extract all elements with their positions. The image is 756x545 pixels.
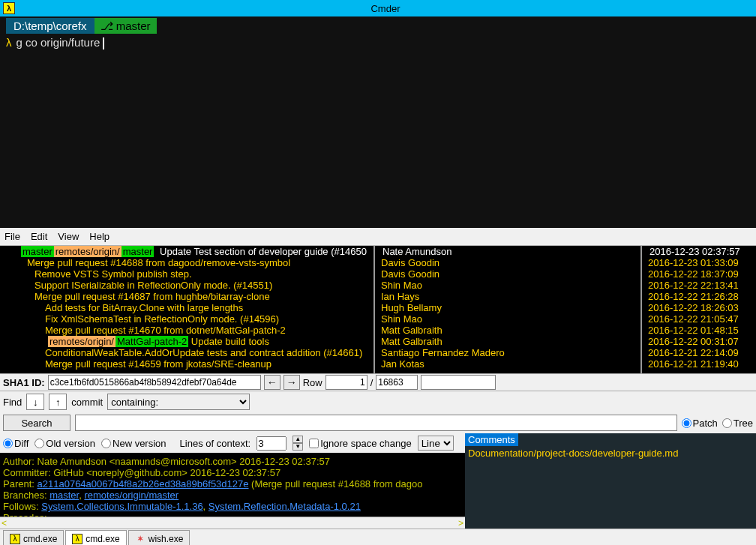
log-date: 2016-12-22 01:48:15 bbox=[648, 325, 753, 336]
log-row[interactable]: Merge pull request #14670 from dotnet/Ma… bbox=[3, 325, 374, 336]
nav-back[interactable]: ← bbox=[264, 375, 280, 390]
prompt-symbol: λ bbox=[6, 36, 12, 49]
patch-radio[interactable]: Patch bbox=[682, 418, 718, 429]
tab-label: cmd.exe bbox=[86, 534, 119, 544]
log-author: Matt Galbraith bbox=[381, 325, 640, 336]
diff-row: Diff Old version New version Lines of co… bbox=[0, 433, 465, 453]
row-sep: / bbox=[370, 377, 374, 388]
find-up[interactable]: ↑ bbox=[49, 394, 67, 410]
row-current[interactable] bbox=[326, 375, 368, 390]
log-author: Davis Goodin bbox=[381, 268, 640, 280]
new-radio[interactable]: New version bbox=[101, 438, 166, 449]
log-author: Shin Mao bbox=[381, 280, 640, 291]
line-mode[interactable]: Line bbox=[418, 436, 454, 451]
scroll-left-icon[interactable]: < bbox=[2, 518, 7, 529]
tab[interactable]: ✶wish.exe bbox=[128, 530, 190, 545]
log-author: Ian Hays bbox=[381, 291, 640, 302]
hscrollbar[interactable]: <> bbox=[0, 517, 465, 529]
tab-icon: λ bbox=[72, 534, 82, 544]
tabbar: λcmd.exeλcmd.exe✶wish.exe bbox=[0, 529, 756, 545]
log-date: 2016-12-22 21:05:47 bbox=[648, 313, 753, 325]
log-row[interactable]: Remove VSTS Symbol publish step. bbox=[3, 268, 374, 280]
branch-link-1[interactable]: master bbox=[50, 490, 79, 501]
log-row[interactable]: Fix XmlSchemaTest in ReflectionOnly mode… bbox=[3, 313, 374, 325]
tab[interactable]: λcmd.exe bbox=[65, 530, 126, 545]
file-pane[interactable]: Comments Documentation/project-docs/deve… bbox=[465, 433, 756, 529]
menubar: File Edit View Help bbox=[0, 228, 756, 246]
diff-radio[interactable]: Diff bbox=[3, 438, 28, 449]
log-messages[interactable]: masterremotes/origin/master Update Test … bbox=[0, 246, 375, 373]
tree-radio[interactable]: Tree bbox=[722, 418, 753, 429]
lines-label: Lines of context: bbox=[180, 438, 251, 449]
log-authors[interactable]: Nate Amundson Davis Goodin Davis Goodin … bbox=[375, 246, 642, 373]
log-date: 2016-12-22 00:31:07 bbox=[648, 336, 753, 347]
row-extra[interactable] bbox=[421, 375, 496, 390]
author-line: Author: Nate Amundson <naamunds@microsof… bbox=[3, 456, 462, 467]
parent-link[interactable]: a211a0764a0067b4f8a2b26ed38a89b6f53d127e bbox=[38, 478, 249, 490]
search-button[interactable]: Search bbox=[3, 415, 70, 431]
sha-label: SHA1 ID: bbox=[3, 377, 45, 388]
log-author: Davis Goodin bbox=[381, 257, 640, 268]
branches-line: Branches: master, remotes/origin/master bbox=[3, 490, 462, 501]
tab-icon: λ bbox=[10, 534, 20, 544]
menu-view[interactable]: View bbox=[58, 231, 79, 242]
tab-label: wish.exe bbox=[148, 534, 184, 544]
log-author: Santiago Fernandez Madero bbox=[381, 347, 640, 358]
command-line: λg co origin/future bbox=[6, 36, 750, 49]
lines-stepper[interactable]: ▲▼ bbox=[292, 436, 303, 451]
log-row[interactable]: ConditionalWeakTable.AddOrUpdate tests a… bbox=[3, 347, 374, 358]
lines-field[interactable] bbox=[256, 436, 286, 451]
commit-detail[interactable]: Author: Nate Amundson <naamunds@microsof… bbox=[0, 453, 465, 529]
log-row[interactable]: Support ISerializable in ReflectionOnly … bbox=[3, 280, 374, 291]
log-row[interactable]: Add tests for BitArray.Clone with large … bbox=[3, 302, 374, 313]
search-field[interactable] bbox=[75, 415, 677, 431]
log-row[interactable]: Merge pull request #14687 from hughbe/bi… bbox=[3, 291, 374, 302]
find-mode[interactable]: containing: bbox=[107, 394, 250, 410]
log-author: Shin Mao bbox=[381, 313, 640, 325]
log-date: 2016-12-22 22:13:41 bbox=[648, 280, 753, 291]
sha-row: SHA1 ID: ← → Row / bbox=[0, 373, 756, 391]
log-row[interactable]: Merge pull request #14659 from jkotas/SR… bbox=[3, 358, 374, 370]
find-row: Find ↓ ↑ commit containing: bbox=[0, 391, 756, 412]
tab[interactable]: λcmd.exe bbox=[3, 530, 64, 545]
cwd: D:\temp\corefx bbox=[6, 18, 94, 34]
prompt-line: D:\temp\corefx⎇ master bbox=[6, 19, 750, 33]
parent-line: Parent: a211a0764a0067b4f8a2b26ed38a89b6… bbox=[3, 478, 462, 490]
log-row[interactable]: remotes/origin/MattGal-patch-2 Update bu… bbox=[3, 336, 374, 347]
log-author: Nate Amundson bbox=[381, 246, 640, 257]
find-down[interactable]: ↓ bbox=[26, 394, 44, 410]
git-branch: ⎇ master bbox=[94, 18, 157, 34]
branch-link-2[interactable]: remotes/origin/master bbox=[84, 490, 178, 501]
row-label: Row bbox=[303, 377, 322, 388]
ignore-space[interactable]: Ignore space change bbox=[309, 438, 411, 449]
log-row[interactable]: Merge pull request #14688 from dagood/re… bbox=[3, 257, 374, 268]
file-pane-header: Comments bbox=[465, 433, 518, 446]
log-author: Hugh Bellamy bbox=[381, 302, 640, 313]
search-row: Search Patch Tree bbox=[0, 412, 756, 433]
scroll-right-icon[interactable]: > bbox=[458, 518, 464, 529]
tab-label: cmd.exe bbox=[23, 534, 57, 544]
follows-link-1[interactable]: System.Collections.Immutable-1.1.36 bbox=[41, 501, 202, 512]
nav-forward[interactable]: → bbox=[284, 375, 300, 390]
log-row[interactable]: masterremotes/origin/master Update Test … bbox=[3, 246, 374, 257]
git-log[interactable]: masterremotes/origin/master Update Test … bbox=[0, 246, 756, 373]
row-total bbox=[376, 375, 418, 390]
old-radio[interactable]: Old version bbox=[34, 438, 95, 449]
titlebar: λ Cmder bbox=[0, 0, 756, 16]
window-title: Cmder bbox=[18, 3, 753, 14]
changed-file[interactable]: Documentation/project-docs/developer-gui… bbox=[465, 446, 756, 460]
menu-edit[interactable]: Edit bbox=[31, 231, 47, 242]
log-date: 2016-12-22 18:37:09 bbox=[648, 268, 753, 280]
follows-link-2[interactable]: System.Reflection.Metadata-1.0.21 bbox=[208, 501, 361, 512]
log-date: 2016-12-21 21:19:40 bbox=[648, 358, 753, 370]
follows-line: Follows: System.Collections.Immutable-1.… bbox=[3, 501, 462, 512]
typed-command: g co origin/future bbox=[16, 36, 100, 49]
log-date: 2016-12-23 01:33:09 bbox=[648, 257, 753, 268]
menu-help[interactable]: Help bbox=[89, 231, 110, 242]
menu-file[interactable]: File bbox=[4, 231, 20, 242]
tab-icon: ✶ bbox=[135, 534, 146, 544]
sha-field[interactable] bbox=[48, 375, 261, 390]
log-date: 2016-12-23 02:37:57 bbox=[648, 246, 753, 257]
log-dates[interactable]: 2016-12-23 02:37:572016-12-23 01:33:0920… bbox=[642, 246, 753, 373]
terminal-pane[interactable]: D:\temp\corefx⎇ master λg co origin/futu… bbox=[0, 16, 756, 228]
